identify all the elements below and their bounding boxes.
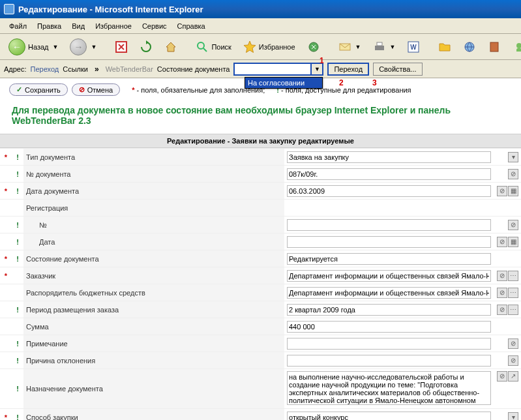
row-doc-type: * ! Тип документа ▾ <box>0 149 521 166</box>
lookup-icon[interactable]: ⋯ <box>508 305 518 315</box>
editable-mark: ! <box>12 409 23 421</box>
row-period: ! Период размещения заказа ⊘⋯ <box>0 301 521 318</box>
window-title: Редактирование - Microsoft Internet Expl… <box>18 5 203 14</box>
warning-text: Для перевода документа в новое состояние… <box>0 101 521 134</box>
go-button[interactable]: Переход <box>327 63 369 76</box>
webtenderbar-label[interactable]: WebTenderBar <box>106 65 153 73</box>
label-doc-type: Тип документа <box>23 149 284 166</box>
search-label: Поиск <box>211 43 231 51</box>
popup-option[interactable]: На согласовании <box>248 79 305 87</box>
clear-icon[interactable]: ⊘ <box>497 371 507 382</box>
input-reject[interactable] <box>287 355 491 367</box>
word-icon: W <box>407 40 420 53</box>
save-button[interactable]: ✓ Сохранить <box>9 83 68 96</box>
menu-view[interactable]: Вид <box>67 20 90 33</box>
doc-state-input[interactable] <box>233 63 312 76</box>
form-table: * ! Тип документа ▾ ! № документа ⊘ * ! … <box>0 148 521 420</box>
clear-icon[interactable]: ⊘ <box>497 271 507 281</box>
lookup-icon[interactable]: ⋯ <box>508 288 518 298</box>
favorites-button[interactable]: Избранное <box>239 38 300 56</box>
cancel-button[interactable]: ⊘ Отмена <box>72 83 120 96</box>
textarea-purpose[interactable] <box>287 371 491 405</box>
input-doc-num[interactable] <box>287 168 491 180</box>
expand-icon[interactable]: » <box>92 65 102 74</box>
section-header: Редактирование - Заявки на закупку редак… <box>0 134 521 148</box>
input-doc-date[interactable] <box>287 185 491 197</box>
messenger-button[interactable] <box>508 38 521 56</box>
input-method[interactable] <box>287 412 491 420</box>
row-budget: Распорядитель бюджетных средств ⊘⋯ <box>0 284 521 301</box>
menu-file[interactable]: Файл <box>4 20 32 33</box>
links-label[interactable]: Ссылки <box>63 65 88 73</box>
mail-button[interactable]: ▼ <box>334 38 366 56</box>
clear-icon[interactable]: ⊘ <box>508 338 518 349</box>
menu-edit[interactable]: Правка <box>32 20 67 33</box>
input-reg-num[interactable] <box>287 219 491 231</box>
input-period[interactable] <box>287 304 491 316</box>
stop-icon <box>115 40 128 53</box>
editable-mark: ! <box>12 335 23 352</box>
doc-state-popup[interactable]: На согласовании <box>245 77 323 89</box>
dropdown-icon[interactable]: ▾ <box>508 412 518 420</box>
input-budget[interactable] <box>287 287 491 299</box>
label-reg-num: № <box>23 217 284 233</box>
svg-point-10 <box>516 43 521 48</box>
input-note[interactable] <box>287 338 491 350</box>
history-button[interactable] <box>303 38 325 56</box>
properties-button[interactable]: Свойства... <box>373 63 422 76</box>
row-note: ! Примечание ⊘ <box>0 335 521 352</box>
forward-button[interactable]: → ▼ <box>65 36 101 58</box>
required-mark: * <box>0 409 12 421</box>
required-mark: * <box>0 149 12 166</box>
print-icon <box>373 40 386 53</box>
search-button[interactable]: Поиск <box>191 38 235 56</box>
window-titlebar: Редактирование - Microsoft Internet Expl… <box>0 0 521 18</box>
editable-mark: ! <box>12 301 23 318</box>
home-button[interactable] <box>160 38 182 56</box>
input-state[interactable] <box>287 253 491 265</box>
input-reg-date[interactable] <box>287 236 491 248</box>
menu-favorites[interactable]: Избранное <box>90 20 137 33</box>
clear-icon[interactable]: ⊘ <box>497 288 507 298</box>
clear-icon[interactable]: ⊘ <box>497 237 507 247</box>
home-icon <box>164 40 177 53</box>
address-goto-link[interactable]: Переход <box>31 65 59 73</box>
back-button[interactable]: ← Назад ▼ <box>4 36 63 58</box>
refresh-button[interactable] <box>135 38 157 56</box>
calendar-icon[interactable]: ▦ <box>508 186 518 196</box>
clear-icon[interactable]: ⊘ <box>497 305 507 315</box>
dropdown-icon[interactable]: ▾ <box>508 152 518 162</box>
edit-button[interactable]: W <box>402 38 424 56</box>
required-mark: * <box>0 183 12 200</box>
save-label: Сохранить <box>25 86 61 94</box>
svg-rect-5 <box>377 42 382 46</box>
editable-mark: ! <box>12 352 23 369</box>
row-method: * ! Способ закупки ▾ <box>0 409 521 421</box>
discuss-button[interactable] <box>458 38 481 56</box>
row-doc-date: * ! Дата документа ⊘▦ <box>0 183 521 200</box>
doc-state-label: Состояние документа <box>157 65 230 73</box>
refresh-icon <box>140 40 153 53</box>
lookup-icon[interactable]: ⋯ <box>508 271 518 281</box>
label-period: Период размещения заказа <box>23 301 284 318</box>
clear-icon[interactable]: ⊘ <box>508 355 518 366</box>
menu-service[interactable]: Сервис <box>137 20 172 33</box>
input-customer[interactable] <box>287 270 491 282</box>
doc-state-combo[interactable]: ▼ <box>233 63 323 76</box>
menu-help[interactable]: Справка <box>172 20 211 33</box>
print-button[interactable]: ▼ <box>368 38 400 56</box>
stop-button[interactable] <box>110 38 132 56</box>
folder-icon <box>438 40 451 53</box>
clear-icon[interactable]: ⊘ <box>508 220 518 230</box>
chevron-down-icon: ▼ <box>53 44 59 50</box>
clear-icon[interactable]: ⊘ <box>497 186 507 196</box>
research-button[interactable] <box>483 38 505 56</box>
input-doc-type[interactable] <box>287 151 491 163</box>
folder-button[interactable] <box>434 38 456 56</box>
editable-mark: ! <box>12 369 23 409</box>
calendar-icon[interactable]: ▦ <box>508 237 518 247</box>
clear-icon[interactable]: ⊘ <box>508 169 518 179</box>
input-sum[interactable] <box>287 321 491 333</box>
required-mark: * <box>0 267 12 284</box>
expand-icon[interactable]: ↗ <box>508 371 518 382</box>
